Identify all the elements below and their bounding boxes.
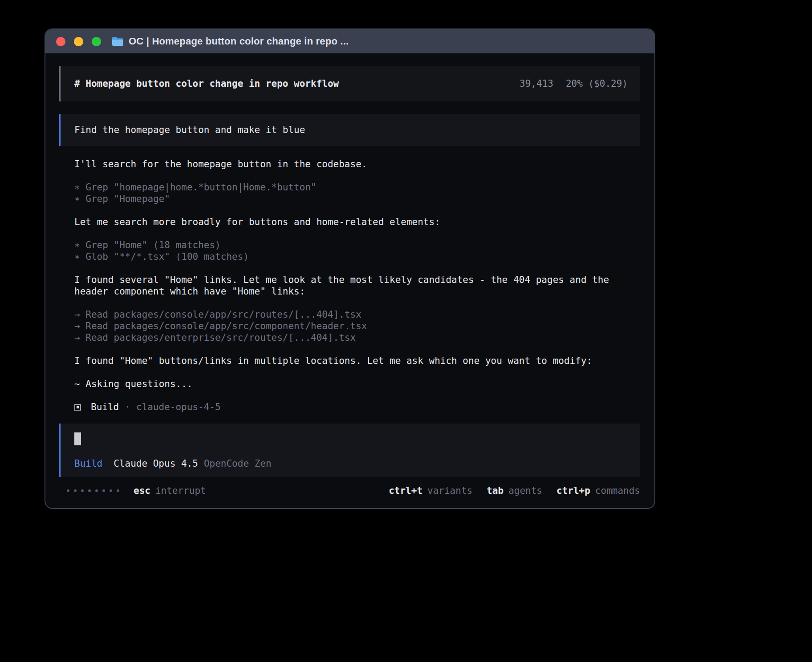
agent-model: claude-opus-4-5 (136, 401, 221, 413)
status-bar: esc interrupt ctrl+t variants tab agents… (59, 485, 640, 496)
tool-call-group: ∗ Grep "homepage|home.*button|Home.*butt… (74, 182, 640, 205)
tool-call-group: → Read packages/console/app/src/routes/[… (74, 309, 640, 343)
window-title: OC | Homepage button color change in rep… (129, 36, 349, 47)
window-controls (56, 37, 101, 46)
assistant-text: Let me search more broadly for buttons a… (74, 216, 640, 228)
read-arrow-icon: → (74, 309, 80, 320)
session-header: # Homepage button color change in repo w… (59, 66, 640, 101)
tool-call: ∗ Glob "**/*.tsx" (100 matches) (74, 251, 640, 262)
assistant-text: I found several "Home" links. Let me loo… (74, 274, 640, 297)
tool-call-group: ∗ Grep "Home" (18 matches) ∗ Glob "**/*.… (74, 239, 640, 262)
tool-bullet-icon: ∗ (74, 240, 80, 250)
agent-name: Build (91, 401, 119, 413)
shortcut-interrupt: esc interrupt (134, 485, 206, 496)
zoom-button[interactable] (92, 37, 101, 46)
status-text: ~ Asking questions... (74, 378, 640, 390)
read-tool-call: → Read packages/console/app/src/routes/[… (74, 309, 640, 320)
shortcut-commands: ctrl+p commands (556, 485, 640, 496)
window-titlebar[interactable]: OC | Homepage button color change in rep… (45, 29, 654, 53)
user-message: Find the homepage button and make it blu… (59, 114, 640, 146)
prompt-input[interactable]: Build Claude Opus 4.5 OpenCode Zen (59, 424, 640, 477)
read-arrow-icon: → (74, 332, 80, 343)
input-mode-label: Build (74, 458, 102, 469)
terminal-content: # Homepage button color change in repo w… (45, 53, 654, 508)
assistant-text: I'll search for the homepage button in t… (74, 158, 640, 170)
assistant-text: I found "Home" buttons/links in multiple… (74, 355, 640, 367)
tool-bullet-icon: ∗ (74, 251, 80, 262)
terminal-window: OC | Homepage button color change in rep… (45, 28, 655, 509)
assistant-transcript: I'll search for the homepage button in t… (74, 158, 640, 413)
session-stats: 39,413 20% ($0.29) (520, 78, 628, 89)
input-meta: Build Claude Opus 4.5 OpenCode Zen (74, 458, 626, 469)
minimize-button[interactable] (74, 37, 83, 46)
agent-status-line: Build · claude-opus-4-5 (74, 401, 640, 413)
text-cursor (74, 432, 81, 445)
read-arrow-icon: → (74, 321, 80, 331)
user-message-text: Find the homepage button and make it blu… (74, 124, 305, 136)
context-cost: 20% ($0.29) (566, 78, 628, 89)
input-provider-label: OpenCode Zen (204, 458, 272, 469)
tool-call: ∗ Grep "Homepage" (74, 193, 640, 205)
folder-icon (112, 36, 124, 46)
working-spinner-dots (67, 489, 119, 492)
tool-bullet-icon: ∗ (74, 194, 80, 204)
tool-call: ∗ Grep "Home" (18 matches) (74, 239, 640, 251)
tool-bullet-icon: ∗ (74, 182, 80, 193)
close-button[interactable] (56, 37, 65, 46)
shortcut-agents: tab agents (487, 485, 542, 496)
tool-call: ∗ Grep "homepage|home.*button|Home.*butt… (74, 182, 640, 193)
build-agent-icon (74, 404, 81, 411)
read-tool-call: → Read packages/console/app/src/componen… (74, 320, 640, 332)
input-model-label: Claude Opus 4.5 (114, 458, 198, 469)
token-count: 39,413 (520, 78, 553, 89)
separator-dot: · (125, 401, 130, 413)
shortcut-variants: ctrl+t variants (389, 485, 472, 496)
session-title: # Homepage button color change in repo w… (74, 78, 339, 89)
read-tool-call: → Read packages/enterprise/src/routes/[.… (74, 332, 640, 343)
